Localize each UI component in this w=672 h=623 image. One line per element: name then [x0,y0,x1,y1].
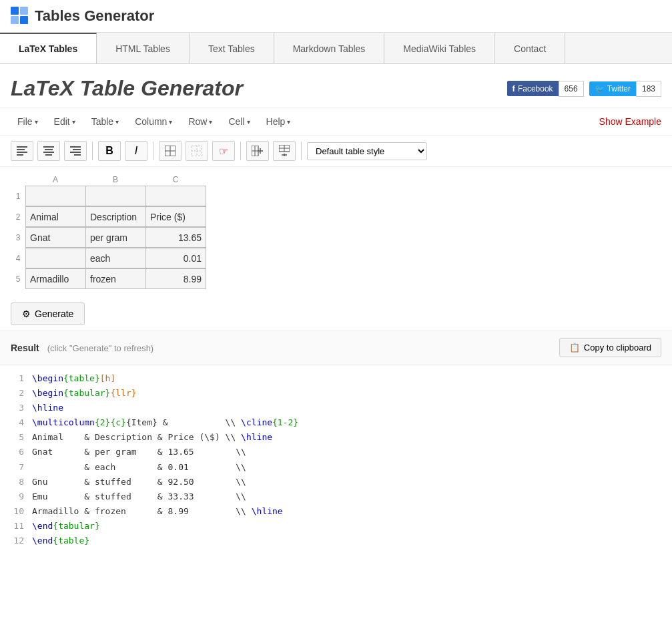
code-line-6: 6 Gnat & per gram & 13.65 \\ [11,445,661,459]
twitter-bird-icon: 🐦 [595,84,605,93]
menu-cell[interactable]: Cell ▾ [222,114,256,130]
code-text-12: \end{table} [32,534,89,548]
toolbar-separator-4 [301,142,302,160]
svg-rect-10 [43,152,54,153]
cell-1-c[interactable] [146,186,206,206]
row-num-3: 3 [11,233,25,242]
twitter-count: 183 [636,81,661,97]
page-title-area: LaTeX Table Generator f Facebook 656 🐦 T… [0,64,672,108]
tab-text[interactable]: Text Tables [190,33,274,63]
table-row: 5 Armadillo frozen 8.99 [11,268,661,289]
menu-file[interactable]: File ▾ [11,114,45,130]
cell-4-b[interactable]: each [86,248,146,268]
show-example-link[interactable]: Show Example [599,116,661,127]
grid-row-3: Gnat per gram 13.65 [25,227,206,248]
social-bar: f Facebook 656 🐦 Twitter 183 [507,81,661,97]
cell-1-a[interactable] [26,186,86,206]
grid-row-4: each 0.01 [25,248,206,268]
align-left-button[interactable] [11,141,33,161]
code-text-5: Animal & Description & Price (\$) \\ \hl… [32,430,272,445]
cell-5-a[interactable]: Armadillo [26,269,86,289]
add-col-button[interactable] [246,141,269,161]
code-line-2: 2 \begin{tabular}{llr} [11,386,661,401]
data-rows: 1 2 Animal Description Price ($) [11,186,661,289]
menu-help[interactable]: Help ▾ [260,114,298,130]
logo-icon [11,7,29,25]
row-num-5: 5 [11,274,25,284]
menu-table[interactable]: Table ▾ [85,114,125,130]
cell-5-b[interactable]: frozen [86,269,146,289]
cell-3-a[interactable]: Gnat [26,228,86,248]
add-row-button[interactable] [273,141,296,161]
menu-column[interactable]: Column ▾ [128,114,179,130]
no-borders-icon [192,146,202,156]
page-title: LaTeX Table Generator [11,76,243,101]
line-num-7: 7 [11,460,24,475]
pointer-button[interactable]: ☞ [212,141,235,161]
cell-3-b[interactable]: per gram [86,228,146,248]
copy-label: Copy to clipboard [584,343,651,353]
tab-contact[interactable]: Contact [495,33,565,63]
table-row: 3 Gnat per gram 13.65 [11,227,661,248]
menu-edit[interactable]: Edit ▾ [47,114,82,130]
align-right-icon [70,146,81,156]
tab-markdown[interactable]: Markdown Tables [274,33,385,63]
toolbar-separator-1 [92,142,93,160]
copy-to-clipboard-button[interactable]: 📋 Copy to clipboard [559,338,661,357]
facebook-button[interactable]: f Facebook [507,81,559,96]
cell-3-c[interactable]: 13.65 [146,228,206,248]
code-text-1: \begin{table}[h] [32,371,115,386]
align-right-button[interactable] [64,141,87,161]
all-borders-button[interactable] [159,141,182,161]
cell-4-c[interactable]: 0.01 [146,248,206,268]
cell-5-c[interactable]: 8.99 [146,269,206,289]
svg-rect-11 [45,154,52,156]
generate-label: Generate [35,308,73,319]
cell-4-a[interactable] [26,248,86,268]
generate-button[interactable]: ⚙ Generate [11,302,85,325]
tab-latex[interactable]: LaTeX Tables [0,33,97,63]
code-line-1: 1 \begin{table}[h] [11,371,661,386]
tab-html[interactable]: HTML Tables [97,33,190,63]
logo-area: Tables Generator [11,7,154,25]
cell-2-b[interactable]: Description [86,207,146,227]
toolbar-separator-3 [240,142,241,160]
header: Tables Generator [0,0,672,33]
result-label: Result [11,343,39,353]
code-line-11: 11 \end{tabular} [11,519,661,534]
result-header: Result (click "Generate" to refresh) 📋 C… [0,331,672,365]
table-row: 1 [11,186,661,206]
code-line-3: 3 \hline [11,401,661,415]
svg-rect-2 [11,16,19,24]
bold-button[interactable]: B [98,141,121,161]
line-num-11: 11 [11,519,24,534]
no-borders-button[interactable] [186,141,208,161]
align-center-button[interactable] [37,141,60,161]
column-headers: A B C [11,175,661,184]
facebook-label: Facebook [518,84,553,93]
facebook-count: 656 [559,81,584,97]
code-line-8: 8 Gnu & stuffed & 92.50 \\ [11,475,661,489]
row-num-1: 1 [11,192,25,201]
tab-mediawiki[interactable]: MediaWiki Tables [384,33,495,63]
line-num-2: 2 [11,386,24,401]
add-col-icon [252,146,264,156]
line-num-6: 6 [11,445,24,459]
code-text-6: Gnat & per gram & 13.65 \\ [32,445,246,459]
cell-2-c[interactable]: Price ($) [146,207,206,227]
line-num-12: 12 [11,534,24,548]
menu-row[interactable]: Row ▾ [182,114,219,130]
cell-2-a[interactable]: Animal [26,207,86,227]
toolbar: B I ☞ [0,136,672,167]
svg-rect-13 [73,149,81,150]
all-borders-icon [165,146,176,156]
line-num-4: 4 [11,415,24,430]
table-style-select[interactable]: Default table style [307,142,427,160]
svg-rect-8 [43,146,54,148]
italic-button[interactable]: I [125,141,147,161]
twitter-button[interactable]: 🐦 Twitter [589,81,636,96]
nav-tabs: LaTeX Tables HTML Tables Text Tables Mar… [0,33,672,64]
cell-1-b[interactable] [86,186,146,206]
table-container: A B C 1 2 Animal Description Price [0,167,672,297]
svg-rect-1 [20,7,28,15]
